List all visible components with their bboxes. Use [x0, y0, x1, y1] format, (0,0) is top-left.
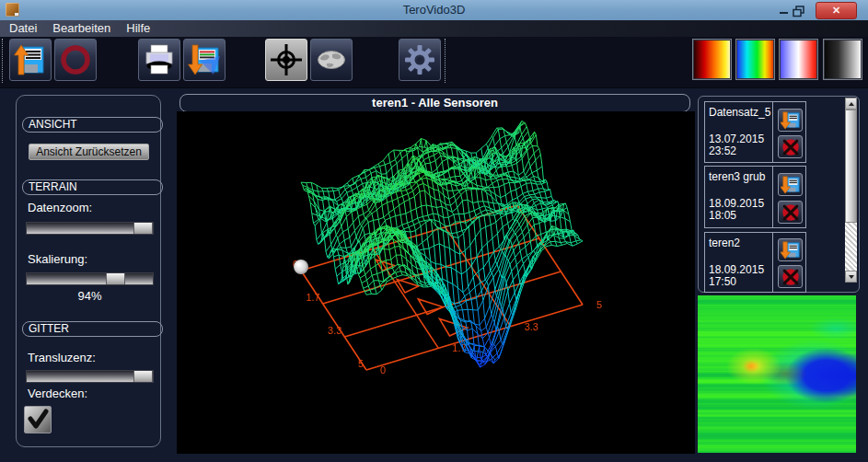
toolbar-separator — [2, 39, 3, 83]
floppy-down-arrow-icon — [781, 240, 801, 260]
datenzoom-label: Datenzoom: — [28, 201, 92, 214]
dataset-delete-button[interactable] — [778, 265, 803, 288]
menu-item-bearbeiten[interactable]: Bearbeiten — [52, 20, 110, 37]
dataset-delete-button[interactable] — [778, 135, 803, 158]
delete-x-icon — [781, 202, 801, 223]
toolbar-separator — [445, 39, 446, 83]
app-window: TeroVido3D ✕ Datei Bearbeiten Hilfe — [0, 0, 868, 462]
print-button[interactable] — [138, 39, 180, 81]
dataset-name: teren2 — [709, 237, 740, 249]
crosshair-icon — [269, 42, 304, 77]
dataset-panel: Datensatz_5 13.07.2015 23:52 — [698, 96, 860, 293]
viewport-title: teren1 - Alle Sensoren — [179, 94, 690, 112]
terrain-3d-view[interactable] — [177, 111, 695, 454]
transluzenz-label: Transluzenz: — [28, 351, 96, 364]
dataset-item[interactable]: teren2 18.09.2015 17:50 — [704, 232, 806, 293]
dataset-save-button[interactable] — [778, 109, 803, 132]
arrow-up-icon — [849, 102, 854, 106]
datenzoom-slider-handle[interactable] — [133, 223, 153, 234]
dataset-time: 17:50 — [709, 275, 736, 288]
floppy-down-arrow-icon — [781, 175, 801, 195]
restore-icon — [793, 6, 805, 17]
globe-button[interactable] — [310, 39, 353, 81]
toolbar — [0, 37, 868, 88]
dataset-name: teren3 grub — [709, 170, 765, 183]
save-view-button[interactable] — [183, 39, 226, 81]
datenzoom-slider[interactable] — [26, 222, 154, 235]
group-terrain: TERRAIN — [22, 179, 163, 195]
settings-gear-icon — [402, 42, 437, 77]
globe-icon — [314, 42, 349, 77]
dataset-item[interactable]: teren3 grub 18.09.2015 18:05 — [704, 166, 806, 228]
colormap-hot-button[interactable] — [692, 39, 732, 80]
floppy-down-arrow-icon — [781, 110, 801, 131]
settings-sidebar: ANSICHT Ansicht Zurücksetzen TERRAIN Dat… — [16, 95, 161, 447]
transluzenz-slider[interactable] — [26, 370, 154, 383]
dataset-save-button[interactable] — [778, 238, 803, 261]
menu-item-datei[interactable]: Datei — [9, 20, 37, 37]
heatmap-view[interactable] — [698, 295, 856, 453]
scroll-down-button[interactable] — [845, 271, 857, 283]
item-divider — [772, 167, 773, 227]
arrow-down-icon — [849, 275, 854, 279]
verdecken-checkbox[interactable] — [24, 406, 52, 433]
printer-icon — [142, 42, 177, 77]
floppy-up-arrow-icon — [13, 42, 48, 77]
minimize-icon — [780, 12, 788, 14]
verdecken-label: Verdecken: — [28, 387, 87, 400]
restore-button[interactable] — [793, 5, 805, 17]
delete-x-icon — [781, 137, 801, 157]
reset-view-button[interactable]: Ansicht Zurücksetzen — [29, 144, 149, 160]
menu-bar: Datei Bearbeiten Hilfe — [0, 20, 868, 37]
scrollbar-thumb[interactable] — [845, 110, 857, 223]
record-button[interactable] — [54, 39, 97, 81]
dataset-delete-button[interactable] — [778, 201, 803, 224]
minimize-button[interactable] — [778, 4, 791, 17]
skalierung-label: Skalierung: — [28, 252, 87, 266]
skalierung-slider[interactable] — [26, 272, 154, 285]
close-button[interactable]: ✕ — [816, 2, 857, 19]
checkmark-icon — [25, 407, 51, 433]
dataset-scrollbar[interactable] — [845, 98, 857, 283]
dataset-item[interactable]: Datensatz_5 13.07.2015 23:52 — [704, 101, 806, 163]
dataset-date: 18.09.2015 — [709, 197, 764, 210]
dataset-save-button[interactable] — [778, 173, 803, 196]
crosshair-button[interactable] — [265, 39, 307, 81]
delete-x-icon — [781, 267, 801, 287]
skalierung-readout: 94% — [26, 289, 154, 303]
skalierung-slider-handle[interactable] — [106, 273, 125, 284]
settings-button[interactable] — [399, 39, 441, 81]
dataset-time: 23:52 — [709, 144, 736, 157]
transluzenz-slider-handle[interactable] — [133, 371, 153, 382]
scroll-up-button[interactable] — [845, 98, 857, 110]
item-divider — [772, 233, 773, 292]
title-bar: TeroVido3D ✕ — [0, 0, 868, 20]
dataset-date: 18.09.2015 — [709, 263, 764, 276]
load-project-button[interactable] — [9, 39, 52, 81]
colormap-grayscale-button[interactable] — [823, 39, 862, 80]
floppy-down-arrow-icon — [187, 42, 222, 77]
dataset-name: Datensatz_5 — [709, 106, 770, 119]
scrollbar-track[interactable] — [845, 223, 857, 271]
record-circle-icon — [58, 42, 93, 77]
group-gitter: GITTER — [22, 321, 163, 337]
item-divider — [772, 102, 773, 162]
dataset-date: 13.07.2015 — [709, 133, 764, 145]
menu-item-hilfe[interactable]: Hilfe — [126, 20, 150, 37]
colormap-bluewhitered-button[interactable] — [779, 39, 818, 80]
colormap-rainbow-button[interactable] — [735, 39, 775, 80]
dataset-time: 18:05 — [709, 209, 736, 222]
group-ansicht: ANSICHT — [22, 117, 163, 133]
window-title: TeroVido3D — [0, 0, 868, 20]
